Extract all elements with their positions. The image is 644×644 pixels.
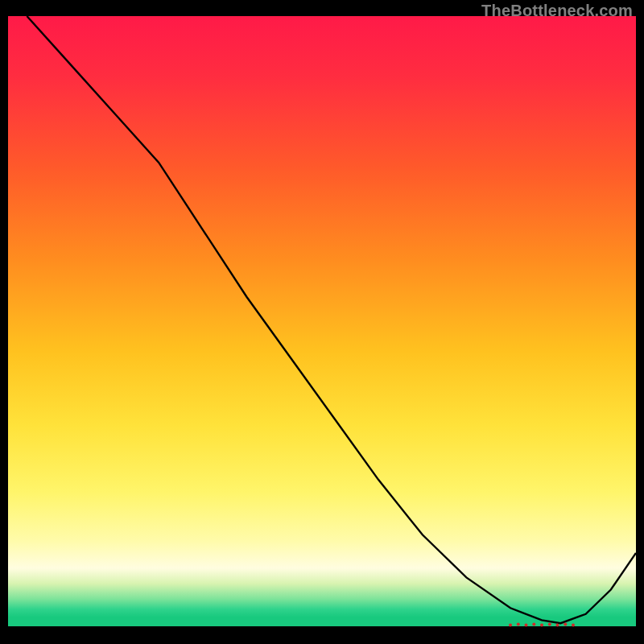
- svg-point-3: [532, 623, 535, 626]
- svg-point-8: [572, 624, 575, 627]
- svg-point-7: [564, 623, 567, 626]
- chart-svg: [8, 16, 636, 636]
- svg-point-4: [540, 624, 543, 627]
- svg-point-0: [509, 624, 512, 627]
- gradient-background: [8, 16, 636, 626]
- svg-point-2: [525, 624, 528, 627]
- bottleneck-chart: [8, 16, 636, 636]
- axis-baseline: [8, 626, 636, 636]
- svg-point-6: [556, 624, 559, 627]
- watermark-text: TheBottleneck.com: [481, 2, 633, 20]
- svg-point-5: [548, 623, 551, 626]
- svg-point-1: [517, 623, 520, 626]
